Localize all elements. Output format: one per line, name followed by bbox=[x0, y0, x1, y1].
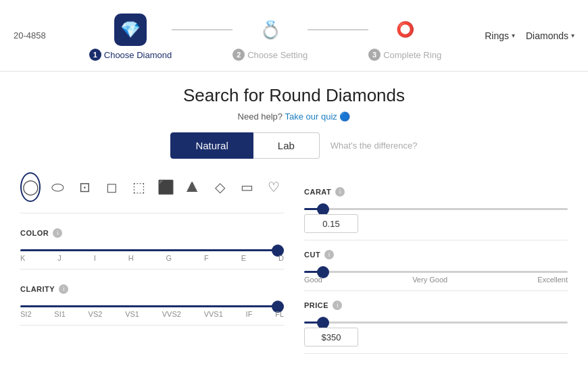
clarity-info-icon[interactable]: i bbox=[59, 284, 68, 294]
price-label: PRICE bbox=[304, 301, 328, 309]
step-3-icon-wrap: ⭕ bbox=[389, 14, 421, 46]
carat-label: CARAT bbox=[304, 188, 331, 196]
clarity-tick-if: IF bbox=[246, 310, 253, 318]
step-1-icon-wrap: 💎 bbox=[114, 14, 147, 46]
quiz-icon: 🔵 bbox=[339, 111, 350, 122]
price-info-icon[interactable]: i bbox=[333, 301, 342, 310]
shape-asscher[interactable]: ⬚ bbox=[128, 172, 149, 202]
step-2-label: 2 Choose Setting bbox=[232, 49, 308, 61]
clarity-tick-si1: SI1 bbox=[54, 310, 66, 318]
rings-nav[interactable]: Rings ▾ bbox=[485, 30, 515, 41]
color-info-icon[interactable]: i bbox=[53, 228, 62, 238]
color-tick-e: E bbox=[241, 254, 246, 262]
diamonds-label: Diamonds bbox=[526, 30, 568, 41]
shape-princess[interactable]: ◻ bbox=[101, 172, 122, 202]
step-1-icon: 💎 bbox=[120, 20, 141, 39]
step-3-number: 3 bbox=[368, 49, 381, 61]
color-label: COLOR bbox=[20, 229, 49, 237]
cut-label: CUT bbox=[304, 251, 320, 259]
step-3-label: 3 Complete Ring bbox=[368, 49, 441, 61]
clarity-filter: CLARITY i SI2 SI1 VS2 VS1 VVS2 VVS1 IF F… bbox=[20, 275, 284, 326]
step-3-icon: ⭕ bbox=[396, 21, 414, 38]
main-content: Search for Round Diamonds Need help? Tak… bbox=[0, 72, 588, 361]
rings-label: Rings bbox=[485, 30, 509, 41]
natural-lab-toggle: Natural Lab What's the difference? bbox=[20, 132, 568, 159]
shapes-row: ◯ ⬭ ⊡ ◻ ⬚ ⬛ ⯅ ◇ ▭ ♡ bbox=[20, 172, 284, 213]
clarity-tick-vs2: VS2 bbox=[89, 310, 103, 318]
diamonds-chevron-icon: ▾ bbox=[571, 32, 574, 39]
shape-heart[interactable]: ♡ bbox=[264, 172, 284, 202]
header: 20-4858 💎 1 Choose Diamond 💍 2 Choose Se… bbox=[0, 0, 588, 72]
steps-nav: 💎 1 Choose Diamond 💍 2 Choose Setting ⭕ bbox=[89, 7, 441, 64]
step-1-number: 1 bbox=[89, 49, 101, 61]
color-tick-d: D bbox=[278, 254, 284, 262]
step-2[interactable]: 💍 2 Choose Setting bbox=[232, 14, 308, 61]
header-navigation: Rings ▾ Diamonds ▾ bbox=[485, 30, 574, 41]
shape-cushion[interactable]: ⊡ bbox=[74, 172, 95, 202]
cut-slider-input[interactable] bbox=[304, 271, 568, 273]
shape-oval[interactable]: ⬭ bbox=[47, 172, 68, 202]
clarity-tick-vvs2: VVS2 bbox=[162, 310, 181, 318]
clarity-tick-si2: SI2 bbox=[20, 310, 32, 318]
shapes-and-filters: ◯ ⬭ ⊡ ◻ ⬚ ⬛ ⯅ ◇ ▭ ♡ COLOR i K bbox=[20, 172, 568, 354]
clarity-tick-vs1: VS1 bbox=[125, 310, 139, 318]
clarity-tick-vvs1: VVS1 bbox=[204, 310, 223, 318]
shape-pear[interactable]: ⯅ bbox=[182, 172, 203, 202]
lab-button[interactable]: Lab bbox=[253, 132, 320, 159]
color-tick-h: H bbox=[128, 254, 134, 262]
cut-filter: CUT i Good Very Good Excellent bbox=[304, 240, 568, 291]
clarity-tick-fl: FL bbox=[275, 310, 284, 318]
carat-info-icon[interactable]: i bbox=[335, 187, 345, 197]
step-2-icon: 💍 bbox=[260, 20, 281, 41]
search-title: Search for Round Diamonds bbox=[20, 85, 568, 106]
difference-text[interactable]: What's the difference? bbox=[330, 140, 418, 151]
diamonds-nav[interactable]: Diamonds ▾ bbox=[526, 30, 574, 41]
shape-round[interactable]: ◯ bbox=[20, 172, 41, 202]
price-slider-input[interactable] bbox=[304, 322, 568, 324]
natural-button[interactable]: Natural bbox=[170, 132, 253, 159]
need-help-text: Need help? bbox=[238, 111, 283, 122]
clarity-label: CLARITY bbox=[20, 285, 55, 293]
step-3[interactable]: ⭕ 3 Complete Ring bbox=[368, 14, 441, 61]
clarity-slider-input[interactable] bbox=[20, 305, 284, 307]
step-1-name: Choose Diamond bbox=[104, 50, 172, 60]
phone-number: 20-4858 bbox=[14, 30, 46, 41]
shape-marquise[interactable]: ◇ bbox=[210, 172, 230, 202]
connector-1-2 bbox=[172, 29, 232, 30]
step-2-name: Choose Setting bbox=[247, 50, 308, 60]
rings-chevron-icon: ▾ bbox=[512, 32, 515, 39]
step-1-label: 1 Choose Diamond bbox=[89, 49, 172, 61]
color-tick-f: F bbox=[204, 254, 209, 262]
step-2-number: 2 bbox=[232, 49, 245, 61]
connector-2-3 bbox=[308, 29, 368, 30]
price-value-input[interactable] bbox=[304, 328, 358, 346]
carat-slider-input[interactable] bbox=[304, 208, 568, 210]
step-1[interactable]: 💎 1 Choose Diamond bbox=[89, 14, 172, 61]
right-panel: CARAT i CUT i Good Very Good Excellent bbox=[284, 172, 568, 354]
cut-tick-very-good: Very Good bbox=[412, 276, 447, 284]
shape-radiant[interactable]: ⬛ bbox=[155, 172, 176, 202]
cut-tick-good: Good bbox=[304, 276, 322, 284]
shape-emerald[interactable]: ▭ bbox=[237, 172, 257, 202]
color-tick-j: J bbox=[57, 254, 62, 262]
color-tick-g: G bbox=[166, 254, 172, 262]
price-filter: PRICE i bbox=[304, 291, 568, 354]
cut-info-icon[interactable]: i bbox=[324, 250, 334, 259]
left-panel: ◯ ⬭ ⊡ ◻ ⬚ ⬛ ⯅ ◇ ▭ ♡ COLOR i K bbox=[20, 172, 284, 354]
step-2-icon-wrap: 💍 bbox=[254, 14, 287, 46]
cut-tick-excellent: Excellent bbox=[537, 276, 568, 284]
step-3-name: Complete Ring bbox=[383, 50, 441, 60]
quiz-link[interactable]: Take our quiz bbox=[285, 111, 337, 122]
color-filter: COLOR i K J I H G F E D bbox=[20, 219, 284, 270]
color-tick-i: I bbox=[94, 254, 96, 262]
color-slider-input[interactable] bbox=[20, 249, 284, 251]
carat-filter: CARAT i bbox=[304, 178, 568, 240]
carat-value-input[interactable] bbox=[304, 214, 358, 233]
help-text: Need help? Take our quiz 🔵 bbox=[20, 111, 568, 122]
color-tick-k: K bbox=[20, 254, 25, 262]
